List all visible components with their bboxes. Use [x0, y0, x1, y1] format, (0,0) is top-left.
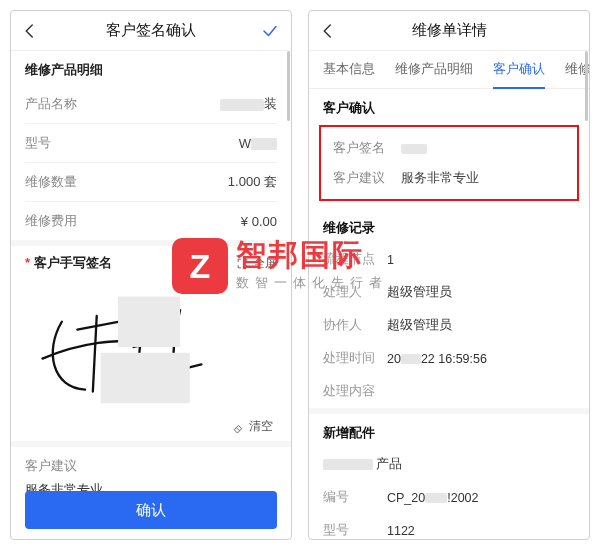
back-button[interactable]: [21, 11, 39, 50]
svg-rect-0: [118, 297, 180, 347]
fullscreen-button[interactable]: 全屏: [236, 255, 277, 272]
value: ¥ 0.00: [241, 214, 277, 229]
highlight-box: 客户签名 客户建议 服务非常专业: [319, 125, 579, 201]
row-model: 型号 W: [11, 124, 291, 162]
page-title: 客户签名确认: [106, 21, 196, 40]
kv-time: 处理时间2022 16:59:56: [309, 342, 589, 375]
tab-confirm[interactable]: 客户确认: [483, 51, 555, 88]
back-button[interactable]: [319, 11, 337, 50]
section-log-title: 维修记录: [309, 209, 589, 243]
value: W: [239, 136, 277, 151]
row-product-name: 产品名称 装: [11, 85, 291, 123]
signature-canvas[interactable]: [25, 280, 277, 412]
kv-handler: 处理人超级管理员: [309, 276, 589, 309]
kv-part-name: 产品: [309, 448, 589, 481]
row-qty: 维修数量 1.000 套: [11, 163, 291, 201]
label: 客户建议: [333, 169, 385, 187]
signature-section-title: 客户手写签名: [25, 254, 112, 272]
tab-products[interactable]: 维修产品明细: [385, 51, 483, 88]
label: 客户签名: [333, 139, 385, 157]
kv-node: 流程节点1: [309, 243, 589, 276]
tab-bar: 基本信息 维修产品明细 客户确认 维修: [309, 51, 589, 89]
row-feedback: 客户建议 服务非常专业: [327, 163, 571, 193]
phone-order-detail: 维修单详情 基本信息 维修产品明细 客户确认 维修 客户确认 客户签名 客户建议…: [308, 10, 590, 540]
tab-basic[interactable]: 基本信息: [313, 51, 385, 88]
section-parts-title: 新增配件: [309, 414, 589, 448]
value: [401, 141, 565, 156]
fullscreen-icon: [236, 257, 249, 270]
clear-button[interactable]: 清空: [232, 418, 273, 435]
page-title: 维修单详情: [412, 21, 487, 40]
eraser-icon: [232, 420, 245, 433]
header: 维修单详情: [309, 11, 589, 51]
row-sign: 客户签名: [327, 133, 571, 163]
value: 装: [220, 95, 277, 113]
svg-rect-1: [101, 353, 190, 403]
row-fee: 维修费用 ¥ 0.00: [11, 202, 291, 240]
tab-trailing[interactable]: 维修: [555, 51, 590, 88]
value: 服务非常专业: [401, 169, 565, 187]
label: 维修数量: [25, 173, 77, 191]
label: 型号: [25, 134, 51, 152]
confirm-button[interactable]: 确认: [25, 491, 277, 529]
section-confirm-title: 客户确认: [309, 89, 589, 123]
value: 1.000 套: [228, 173, 277, 191]
label: 维修费用: [25, 212, 77, 230]
kv-part-code: 编号CP_20!2002: [309, 481, 589, 514]
kv-content: 处理内容: [309, 375, 589, 408]
kv-part-model: 型号1122: [309, 514, 589, 540]
phone-signature-confirm: 客户签名确认 维修产品明细 产品名称 装 型号 W 维修数量 1.000 套 维…: [10, 10, 292, 540]
section-products-title: 维修产品明细: [11, 51, 291, 85]
submit-check-button[interactable]: [261, 11, 279, 50]
kv-collab: 协作人超级管理员: [309, 309, 589, 342]
feedback-label: 客户建议: [25, 457, 277, 475]
header: 客户签名确认: [11, 11, 291, 51]
label: 产品名称: [25, 95, 77, 113]
